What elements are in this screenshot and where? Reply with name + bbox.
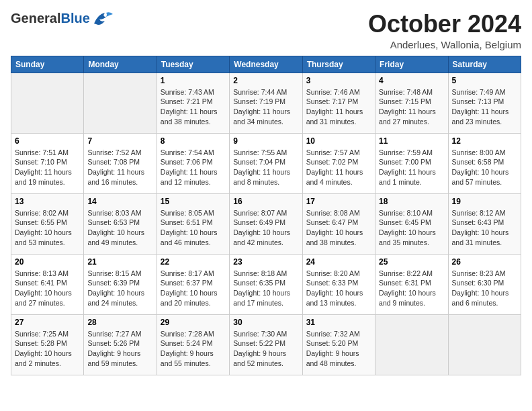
calendar-cell: 29Sunrise: 7:28 AM Sunset: 5:24 PM Dayli… <box>157 314 229 375</box>
logo-general-text: GeneralBlue <box>11 11 90 26</box>
calendar-cell: 20Sunrise: 8:13 AM Sunset: 6:41 PM Dayli… <box>11 254 84 314</box>
calendar-cell <box>375 314 448 375</box>
calendar-cell: 24Sunrise: 8:20 AM Sunset: 6:33 PM Dayli… <box>302 254 375 314</box>
day-info: Sunrise: 7:52 AM Sunset: 7:08 PM Dayligh… <box>87 148 152 187</box>
day-info: Sunrise: 7:43 AM Sunset: 7:21 PM Dayligh… <box>161 87 226 127</box>
day-number: 30 <box>233 318 298 327</box>
calendar-cell: 3Sunrise: 7:46 AM Sunset: 7:17 PM Daylig… <box>302 73 375 133</box>
day-number: 20 <box>15 257 80 267</box>
day-info: Sunrise: 7:25 AM Sunset: 5:28 PM Dayligh… <box>15 329 80 369</box>
day-number: 25 <box>379 257 444 267</box>
day-number: 19 <box>452 197 517 206</box>
calendar-cell: 9Sunrise: 7:55 AM Sunset: 7:04 PM Daylig… <box>230 133 302 193</box>
calendar-cell: 30Sunrise: 7:30 AM Sunset: 5:22 PM Dayli… <box>230 314 302 375</box>
day-number: 17 <box>306 197 371 206</box>
calendar-cell: 21Sunrise: 8:15 AM Sunset: 6:39 PM Dayli… <box>84 254 157 314</box>
day-info: Sunrise: 8:08 AM Sunset: 6:47 PM Dayligh… <box>306 208 371 248</box>
month-title: October 2024 <box>368 11 521 38</box>
calendar-body: 1Sunrise: 7:43 AM Sunset: 7:21 PM Daylig… <box>11 73 521 375</box>
day-number: 9 <box>233 136 298 146</box>
calendar-cell: 1Sunrise: 7:43 AM Sunset: 7:21 PM Daylig… <box>157 73 229 133</box>
day-header-sunday: Sunday <box>11 56 84 73</box>
calendar-cell: 22Sunrise: 8:17 AM Sunset: 6:37 PM Dayli… <box>157 254 229 314</box>
week-row-2: 6Sunrise: 7:51 AM Sunset: 7:10 PM Daylig… <box>11 133 521 193</box>
day-info: Sunrise: 8:12 AM Sunset: 6:43 PM Dayligh… <box>452 208 517 248</box>
day-info: Sunrise: 8:07 AM Sunset: 6:49 PM Dayligh… <box>233 208 298 248</box>
calendar-cell: 18Sunrise: 8:10 AM Sunset: 6:45 PM Dayli… <box>375 193 448 254</box>
day-info: Sunrise: 7:48 AM Sunset: 7:15 PM Dayligh… <box>379 87 444 127</box>
day-info: Sunrise: 7:28 AM Sunset: 5:24 PM Dayligh… <box>161 329 226 369</box>
day-header-monday: Monday <box>84 56 157 73</box>
day-number: 15 <box>161 197 226 206</box>
calendar-cell: 10Sunrise: 7:57 AM Sunset: 7:02 PM Dayli… <box>302 133 375 193</box>
day-info: Sunrise: 7:44 AM Sunset: 7:19 PM Dayligh… <box>233 87 298 127</box>
day-info: Sunrise: 8:02 AM Sunset: 6:55 PM Dayligh… <box>15 208 80 248</box>
calendar-cell: 16Sunrise: 8:07 AM Sunset: 6:49 PM Dayli… <box>230 193 302 254</box>
calendar-cell: 8Sunrise: 7:54 AM Sunset: 7:06 PM Daylig… <box>157 133 229 193</box>
day-header-friday: Friday <box>375 56 448 73</box>
day-info: Sunrise: 8:13 AM Sunset: 6:41 PM Dayligh… <box>15 269 80 308</box>
day-number: 24 <box>306 257 371 267</box>
day-info: Sunrise: 7:49 AM Sunset: 7:13 PM Dayligh… <box>452 87 517 127</box>
day-info: Sunrise: 7:57 AM Sunset: 7:02 PM Dayligh… <box>306 148 371 187</box>
day-info: Sunrise: 7:32 AM Sunset: 5:20 PM Dayligh… <box>306 329 371 369</box>
day-info: Sunrise: 7:54 AM Sunset: 7:06 PM Dayligh… <box>161 148 226 187</box>
calendar-cell: 23Sunrise: 8:18 AM Sunset: 6:35 PM Dayli… <box>230 254 302 314</box>
day-number: 14 <box>87 197 152 206</box>
day-info: Sunrise: 8:18 AM Sunset: 6:35 PM Dayligh… <box>233 269 298 308</box>
day-number: 22 <box>161 257 226 267</box>
day-number: 23 <box>233 257 298 267</box>
calendar-cell: 13Sunrise: 8:02 AM Sunset: 6:55 PM Dayli… <box>11 193 84 254</box>
day-number: 10 <box>306 136 371 146</box>
days-row: SundayMondayTuesdayWednesdayThursdayFrid… <box>11 56 521 73</box>
calendar-cell: 5Sunrise: 7:49 AM Sunset: 7:13 PM Daylig… <box>448 73 521 133</box>
calendar-cell: 11Sunrise: 7:59 AM Sunset: 7:00 PM Dayli… <box>375 133 448 193</box>
day-info: Sunrise: 7:30 AM Sunset: 5:22 PM Dayligh… <box>233 329 298 369</box>
calendar-cell: 12Sunrise: 8:00 AM Sunset: 6:58 PM Dayli… <box>448 133 521 193</box>
day-number: 29 <box>161 318 226 327</box>
calendar-cell: 19Sunrise: 8:12 AM Sunset: 6:43 PM Dayli… <box>448 193 521 254</box>
location-subtitle: Anderlues, Wallonia, Belgium <box>368 39 521 50</box>
day-info: Sunrise: 8:23 AM Sunset: 6:30 PM Dayligh… <box>452 269 517 308</box>
calendar-cell <box>11 73 84 133</box>
day-number: 27 <box>15 318 80 327</box>
calendar-cell <box>448 314 521 375</box>
logo-bird-icon <box>93 11 113 26</box>
title-area: October 2024 Anderlues, Wallonia, Belgiu… <box>368 11 521 50</box>
day-number: 31 <box>306 318 371 327</box>
day-number: 16 <box>233 197 298 206</box>
day-header-tuesday: Tuesday <box>157 56 229 73</box>
day-number: 26 <box>452 257 517 267</box>
day-info: Sunrise: 8:03 AM Sunset: 6:53 PM Dayligh… <box>87 208 152 248</box>
calendar-cell: 26Sunrise: 8:23 AM Sunset: 6:30 PM Dayli… <box>448 254 521 314</box>
calendar-cell: 6Sunrise: 7:51 AM Sunset: 7:10 PM Daylig… <box>11 133 84 193</box>
day-header-wednesday: Wednesday <box>230 56 302 73</box>
day-number: 4 <box>379 76 444 85</box>
day-header-saturday: Saturday <box>448 56 521 73</box>
day-info: Sunrise: 8:00 AM Sunset: 6:58 PM Dayligh… <box>452 148 517 187</box>
day-info: Sunrise: 7:51 AM Sunset: 7:10 PM Dayligh… <box>15 148 80 187</box>
day-info: Sunrise: 8:17 AM Sunset: 6:37 PM Dayligh… <box>161 269 226 308</box>
day-number: 18 <box>379 197 444 206</box>
day-number: 11 <box>379 136 444 146</box>
day-number: 13 <box>15 197 80 206</box>
calendar-cell: 4Sunrise: 7:48 AM Sunset: 7:15 PM Daylig… <box>375 73 448 133</box>
day-number: 21 <box>87 257 152 267</box>
day-info: Sunrise: 8:05 AM Sunset: 6:51 PM Dayligh… <box>161 208 226 248</box>
calendar-cell: 14Sunrise: 8:03 AM Sunset: 6:53 PM Dayli… <box>84 193 157 254</box>
day-number: 6 <box>15 136 80 146</box>
week-row-1: 1Sunrise: 7:43 AM Sunset: 7:21 PM Daylig… <box>11 73 521 133</box>
calendar-cell: 15Sunrise: 8:05 AM Sunset: 6:51 PM Dayli… <box>157 193 229 254</box>
day-header-thursday: Thursday <box>302 56 375 73</box>
day-number: 7 <box>87 136 152 146</box>
day-info: Sunrise: 7:59 AM Sunset: 7:00 PM Dayligh… <box>379 148 444 187</box>
calendar-cell: 17Sunrise: 8:08 AM Sunset: 6:47 PM Dayli… <box>302 193 375 254</box>
day-info: Sunrise: 8:20 AM Sunset: 6:33 PM Dayligh… <box>306 269 371 308</box>
day-number: 8 <box>161 136 226 146</box>
day-number: 3 <box>306 76 371 85</box>
day-info: Sunrise: 7:27 AM Sunset: 5:26 PM Dayligh… <box>87 329 152 369</box>
page-header: GeneralBlue October 2024 Anderlues, Wall… <box>11 11 521 50</box>
calendar-cell: 31Sunrise: 7:32 AM Sunset: 5:20 PM Dayli… <box>302 314 375 375</box>
calendar-cell: 2Sunrise: 7:44 AM Sunset: 7:19 PM Daylig… <box>230 73 302 133</box>
calendar-cell: 28Sunrise: 7:27 AM Sunset: 5:26 PM Dayli… <box>84 314 157 375</box>
